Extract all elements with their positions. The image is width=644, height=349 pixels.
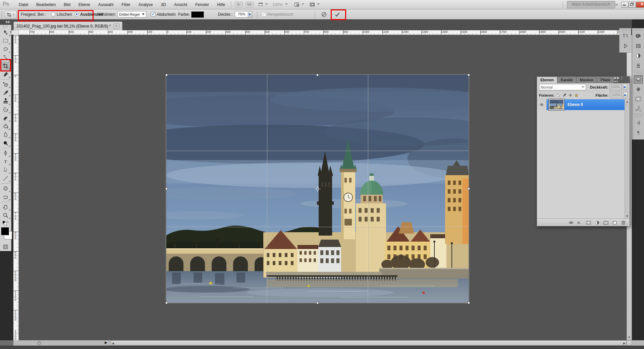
layer-name[interactable]: Ebene 0 — [568, 102, 583, 107]
crop-center-marker[interactable] — [315, 186, 321, 192]
scroll-down-icon[interactable]: ▼ — [625, 214, 630, 218]
type-tool[interactable]: T — [1, 157, 11, 166]
lock-transparency-icon[interactable] — [556, 93, 561, 98]
masks-panel-icon[interactable] — [634, 95, 643, 103]
crop-handle[interactable] — [165, 74, 168, 76]
lock-paint-icon[interactable] — [562, 93, 567, 98]
radio-delete[interactable] — [51, 12, 55, 16]
shield-color-swatch[interactable] — [191, 11, 204, 18]
layer-row[interactable]: Ebene 0 — [537, 99, 630, 110]
healing-brush-tool[interactable] — [1, 80, 11, 89]
panel-tab-ebenen[interactable]: Ebenen — [537, 77, 557, 83]
crop-handle[interactable] — [316, 74, 319, 76]
crop-handle[interactable] — [165, 302, 168, 304]
dock-grip[interactable] — [634, 115, 642, 117]
zoom-tool[interactable] — [1, 211, 11, 219]
gradient-tool[interactable] — [1, 122, 11, 131]
layer-visibility-toggle[interactable] — [537, 99, 547, 110]
swatches-panel-icon[interactable] — [634, 42, 643, 50]
shield-opacity-spinner[interactable]: ▶ — [248, 11, 252, 17]
dock-grip[interactable] — [622, 29, 629, 31]
add-layer-mask-icon[interactable] — [586, 220, 591, 226]
opacity-value[interactable]: 100% — [609, 84, 622, 90]
shield-label[interactable]: Abdunkeln — [157, 12, 176, 17]
lock-all-icon[interactable] — [574, 93, 579, 98]
document-tab[interactable]: 201402_Prag_100.jpg bei 56,1% (Ebene 0, … — [13, 21, 122, 31]
crop-marquee[interactable] — [166, 74, 469, 303]
menu-datei[interactable]: Datei — [15, 0, 32, 9]
scroll-right-icon[interactable]: ▶ — [623, 341, 626, 346]
lock-position-icon[interactable] — [568, 93, 573, 98]
panel-tab-masken[interactable]: Masken — [577, 77, 597, 83]
layers-panel-icon[interactable] — [634, 75, 643, 84]
channels-panel-icon[interactable] — [634, 85, 643, 94]
panel-menu-icon[interactable]: ▶▶ | ▾≡ — [614, 76, 630, 83]
view-extras-icon[interactable] — [258, 2, 264, 7]
dodge-tool[interactable] — [1, 139, 11, 147]
workspace-chevron-icon[interactable]: » — [615, 1, 618, 7]
move-tool[interactable] — [1, 28, 11, 37]
blend-mode-dropdown[interactable]: Normal — [539, 84, 586, 90]
styles-panel-icon[interactable] — [634, 61, 643, 70]
crop-handle[interactable] — [468, 74, 470, 76]
status-menu-arrow-icon[interactable]: ▶ — [105, 341, 107, 344]
crop-handle[interactable] — [468, 188, 470, 190]
menu-fenster[interactable]: Fenster — [191, 0, 213, 9]
canvas-area[interactable] — [19, 35, 627, 340]
radio-delete-label[interactable]: Löschen — [57, 12, 72, 17]
screen-mode-dropdown-icon[interactable] — [317, 3, 320, 5]
lasso-tool[interactable] — [1, 45, 11, 53]
minimize-button[interactable] — [621, 2, 629, 8]
pen-tool[interactable] — [1, 149, 11, 157]
hand-tool[interactable] — [1, 203, 11, 211]
rectangular-marquee-tool[interactable] — [1, 37, 11, 45]
crop-tool[interactable] — [1, 62, 11, 70]
arrange-dropdown-icon[interactable] — [302, 3, 304, 5]
3d-orbit-tool[interactable] — [1, 193, 11, 201]
link-layers-icon[interactable] — [568, 220, 574, 226]
tools-grip[interactable] — [3, 26, 8, 28]
crop-handle[interactable] — [468, 302, 470, 304]
menu-filter[interactable]: Filter — [117, 0, 135, 9]
menu-analyse[interactable]: Analyse — [135, 0, 157, 9]
scroll-down-icon[interactable]: ▼ — [627, 335, 632, 340]
mobile-button[interactable]: Mb — [246, 2, 254, 7]
commit-crop-icon[interactable] — [334, 11, 341, 18]
quick-selection-tool[interactable] — [1, 53, 11, 62]
workspace-button[interactable]: Mein Arbeitsbereich — [567, 1, 615, 8]
close-button[interactable]: X — [636, 2, 644, 8]
paragraph-panel-icon[interactable]: ¶ — [634, 128, 643, 137]
horizontal-ruler[interactable]: 8007006005004003002001000100200300400500… — [11, 30, 627, 35]
menu-auswahl[interactable]: Auswahl — [94, 0, 117, 9]
panel-tab-kanäle[interactable]: Kanäle — [557, 77, 577, 83]
arrange-documents-icon[interactable] — [294, 2, 300, 7]
new-layer-icon[interactable] — [612, 220, 618, 226]
crop-handle[interactable] — [316, 302, 319, 304]
menu-ansicht[interactable]: Ansicht — [170, 0, 191, 9]
history-brush-tool[interactable] — [1, 105, 11, 114]
guides-dropdown[interactable]: Drittel-Regel — [117, 11, 146, 17]
color-panel-icon[interactable] — [634, 32, 643, 41]
fill-spinner[interactable]: ▶ — [623, 92, 628, 98]
fill-value[interactable]: 100% — [610, 92, 622, 98]
zoom-dropdown-icon[interactable] — [285, 3, 288, 5]
foreground-color-swatch[interactable] — [1, 227, 9, 235]
scroll-left-icon[interactable]: ◀ — [112, 341, 114, 346]
scroll-up-icon[interactable]: ▲ — [625, 99, 630, 104]
crop-tool-preset-icon[interactable] — [5, 11, 17, 19]
history-panel-icon[interactable] — [621, 32, 630, 41]
ruler-origin-box[interactable] — [11, 30, 19, 35]
actions-panel-icon[interactable] — [621, 42, 630, 50]
menu-3d[interactable]: 3D — [157, 0, 170, 9]
tab-close-icon[interactable]: × — [114, 23, 119, 29]
screen-mode-icon[interactable] — [309, 2, 315, 7]
restore-button[interactable] — [629, 2, 636, 8]
shield-opacity-value[interactable]: 75% — [235, 11, 248, 17]
eyedropper-tool[interactable] — [1, 70, 11, 79]
dock-grip[interactable] — [634, 72, 642, 74]
menu-bearbeiten[interactable]: Bearbeiten — [32, 0, 60, 9]
layer-style-icon[interactable]: fx. — [577, 220, 583, 226]
blur-tool[interactable] — [1, 131, 11, 139]
menu-bild[interactable]: Bild — [60, 0, 74, 9]
bridge-button[interactable]: Br — [235, 2, 243, 7]
